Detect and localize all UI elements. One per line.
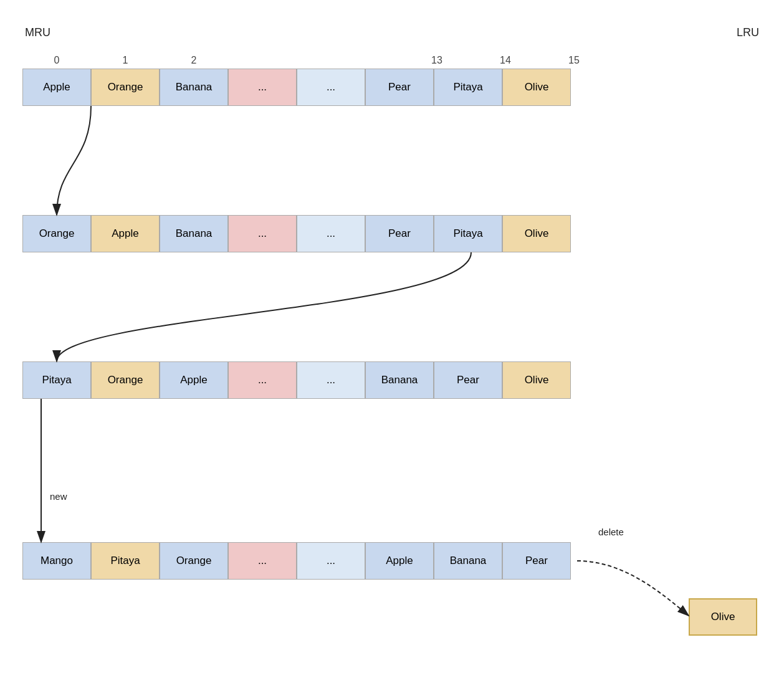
- cell-row2-7: Olive: [502, 215, 571, 252]
- cell-row1-7: Olive: [502, 69, 571, 106]
- index-1: 1: [91, 55, 160, 66]
- new-label: new: [50, 491, 67, 502]
- cell-row3-5: Banana: [365, 361, 434, 399]
- cell-row3-2: Apple: [160, 361, 228, 399]
- index-0: 0: [22, 55, 91, 66]
- cell-row4-1: Pitaya: [91, 542, 160, 580]
- index-2: 2: [160, 55, 228, 66]
- cell-row3-1: Orange: [91, 361, 160, 399]
- cell-row2-4: ...: [297, 215, 365, 252]
- cache-row-3: Pitaya Orange Apple ... ... Banana Pear …: [22, 361, 571, 399]
- cell-row4-5: Apple: [365, 542, 434, 580]
- cell-row1-4: ...: [297, 69, 365, 106]
- cache-row-1: Apple Orange Banana ... ... Pear Pitaya …: [22, 69, 571, 106]
- index-13: 13: [403, 55, 471, 66]
- cell-row3-6: Pear: [434, 361, 502, 399]
- cell-row2-0: Orange: [22, 215, 91, 252]
- cell-row1-2: Banana: [160, 69, 228, 106]
- cell-row3-0: Pitaya: [22, 361, 91, 399]
- arrow-1: [57, 106, 91, 215]
- cell-row1-5: Pear: [365, 69, 434, 106]
- cell-row4-3: ...: [228, 542, 297, 580]
- cell-row3-7: Olive: [502, 361, 571, 399]
- cell-row2-2: Banana: [160, 215, 228, 252]
- cell-row3-3: ...: [228, 361, 297, 399]
- cell-row2-6: Pitaya: [434, 215, 502, 252]
- cache-row-2: Orange Apple Banana ... ... Pear Pitaya …: [22, 215, 571, 252]
- index-row-1: 0 1 2 13 14 15: [22, 55, 608, 66]
- cell-row2-3: ...: [228, 215, 297, 252]
- cell-row1-6: Pitaya: [434, 69, 502, 106]
- mru-label: MRU: [25, 26, 50, 39]
- cell-row1-1: Orange: [91, 69, 160, 106]
- cache-row-4: Mango Pitaya Orange ... ... Apple Banana…: [22, 542, 571, 580]
- arrow-2: [57, 252, 471, 361]
- cell-row2-1: Apple: [91, 215, 160, 252]
- lru-label: LRU: [737, 26, 759, 39]
- index-15: 15: [540, 55, 608, 66]
- deleted-cell: Olive: [689, 598, 757, 636]
- cell-row1-3: ...: [228, 69, 297, 106]
- delete-label: delete: [598, 527, 624, 537]
- cell-row4-0: Mango: [22, 542, 91, 580]
- cell-row2-5: Pear: [365, 215, 434, 252]
- cell-row4-7: Pear: [502, 542, 571, 580]
- cell-row4-2: Orange: [160, 542, 228, 580]
- cell-row3-4: ...: [297, 361, 365, 399]
- cell-row4-6: Banana: [434, 542, 502, 580]
- cell-row1-0: Apple: [22, 69, 91, 106]
- main-container: MRU LRU 0 1 2 13 14 15 Apple Orange Bana…: [0, 0, 784, 693]
- cell-row4-4: ...: [297, 542, 365, 580]
- index-14: 14: [471, 55, 540, 66]
- arrow-delete: [577, 561, 689, 616]
